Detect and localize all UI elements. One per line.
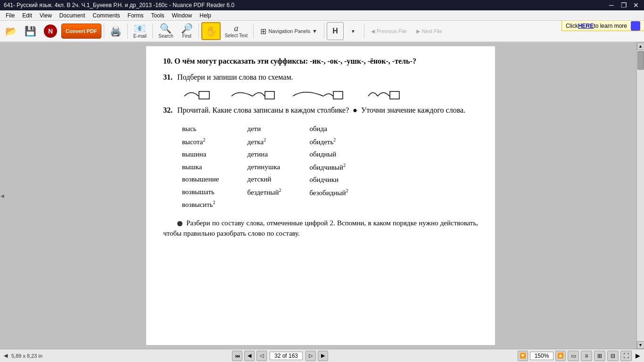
find-label: Find xyxy=(182,33,191,39)
next-arrow-icon: ▷ xyxy=(309,353,313,359)
previous-file-label: Previous File xyxy=(377,28,407,34)
menu-edit[interactable]: Edit xyxy=(18,11,36,20)
click-here-link[interactable]: HERE xyxy=(578,23,594,29)
scroll-right-arrow[interactable]: ▶ xyxy=(636,352,640,359)
word-1-6: возвышать xyxy=(182,187,219,197)
separator-6 xyxy=(324,24,324,39)
email-label: E-mail xyxy=(133,33,147,39)
close-button[interactable]: ✕ xyxy=(632,1,640,9)
continuous-icon: ≡ xyxy=(585,353,588,359)
hand-tool-button[interactable]: ✋ xyxy=(201,22,221,40)
email-button[interactable]: 📧 E-mail xyxy=(130,22,150,40)
zoom-in-button[interactable]: 🔼 xyxy=(555,351,566,361)
prev-page-button[interactable]: ◀ xyxy=(244,351,255,361)
print-button[interactable]: 🖨️ xyxy=(107,22,125,40)
svg-rect-0 xyxy=(199,91,209,99)
menubar: File Edit View Document Comments Forms T… xyxy=(0,10,644,21)
ex32-num: 32. xyxy=(163,106,173,114)
scroll-up-arrow[interactable]: ▲ xyxy=(637,42,644,50)
menu-comments[interactable]: Comments xyxy=(89,11,124,20)
next-page-button[interactable]: ▶ xyxy=(318,351,328,361)
zoom-out-button[interactable]: 🔽 xyxy=(518,351,528,361)
menu-forms[interactable]: Forms xyxy=(124,11,148,20)
word-1-7: возвысить2 xyxy=(182,199,219,210)
scroll-left-arrow[interactable]: ◀ xyxy=(4,353,8,359)
menu-window[interactable]: Window xyxy=(168,11,196,20)
page-display: 32 of 163 xyxy=(274,353,298,359)
word-3-1: обида xyxy=(309,123,348,134)
word-column-2: дети детка2 детина детинушка детский без… xyxy=(248,123,281,210)
next-page-btn2[interactable]: ▷ xyxy=(305,351,316,361)
two-page-view-button[interactable]: ⊞ xyxy=(594,351,605,361)
open-button[interactable]: 📂 xyxy=(2,22,20,40)
word-1-4: вышка xyxy=(182,162,219,173)
zoom-value: 150% xyxy=(535,353,549,359)
fullscreen-icon: ⛶ xyxy=(623,353,629,359)
first-page-button[interactable]: ⏮ xyxy=(232,351,242,361)
next-file-button[interactable]: ▶ Next File xyxy=(412,22,446,40)
single-page-icon: ▭ xyxy=(571,353,576,359)
scroll-down-arrow[interactable]: ▼ xyxy=(637,341,644,349)
svg-rect-2 xyxy=(333,91,343,99)
menu-help[interactable]: Help xyxy=(196,11,215,20)
separator-1 xyxy=(104,24,104,39)
single-page-view-button[interactable]: ▭ xyxy=(568,351,579,361)
heading-text: 10. О чём могут рассказать эти суффиксы:… xyxy=(163,56,478,67)
separator-2 xyxy=(127,24,128,39)
navigation-panels-button[interactable]: ⊞ Navigation Panels ▼ xyxy=(256,22,322,40)
nuance-logo-btn: N xyxy=(41,22,60,40)
document-container[interactable]: 10. О чём могут рассказать эти суффиксы:… xyxy=(5,42,636,349)
ex31-title: 31. Подбери и запиши слова по схемам. xyxy=(163,72,478,83)
prev-page-btn2[interactable]: ◁ xyxy=(256,351,267,361)
word-3-5: обидчики xyxy=(309,174,348,185)
menu-file[interactable]: File xyxy=(2,11,18,20)
schema-svg-4 xyxy=(366,87,404,101)
nav-panels-label: Navigation Panels xyxy=(268,28,310,34)
titlebar: 641- Русский язык. 4кл. В 2ч. Ч.1_Бунеев… xyxy=(0,0,644,10)
minimize-button[interactable]: ─ xyxy=(607,1,616,9)
click-here-text-suffix: to learn more xyxy=(594,23,627,29)
word-3-4: обидчивый2 xyxy=(309,162,348,173)
word-columns: высь высота2 вышина вышка возвышение воз… xyxy=(182,123,478,210)
convert-pdf-button[interactable]: Convert PDF xyxy=(61,24,101,39)
find-button[interactable]: 🔎 Find xyxy=(178,22,196,40)
save-button[interactable]: 💾 xyxy=(21,22,40,40)
next-file-icon: ▶ xyxy=(416,28,420,34)
find-icon: 🔎 xyxy=(181,24,193,33)
previous-file-button[interactable]: ◀ Previous File xyxy=(367,22,411,40)
search-button[interactable]: 🔍 Search xyxy=(155,22,177,40)
search-icon: 🔍 xyxy=(160,24,172,33)
scrollbar-track xyxy=(637,50,644,341)
highlight-dropdown[interactable]: ▼ xyxy=(345,22,362,40)
highlight-button[interactable]: H xyxy=(327,22,344,40)
statusbar-left: ◀ 5,89 x 8,23 in xyxy=(4,353,42,359)
word-3-6: безобидный2 xyxy=(309,187,348,198)
menu-view[interactable]: View xyxy=(36,11,56,20)
restore-button[interactable]: ❐ xyxy=(619,1,628,9)
svg-rect-3 xyxy=(390,91,399,99)
two-page-cont-icon: ⊟ xyxy=(611,353,615,359)
left-arrow-icon[interactable]: ◀ xyxy=(0,193,4,198)
click-here-banner: Click HERE to learn more xyxy=(561,21,644,31)
svg-rect-1 xyxy=(265,91,274,99)
page-indicator: 32 of 163 xyxy=(270,352,303,360)
two-page-cont-button[interactable]: ⊟ xyxy=(607,351,619,361)
statusbar-center: ⏮ ◀ ◁ 32 of 163 ▷ ▶ xyxy=(232,351,328,361)
window-title: 641- Русский язык. 4кл. В 2ч. Ч.1_Бунеев… xyxy=(4,2,607,8)
left-gutter: ◀ xyxy=(0,42,5,349)
convert-pdf-label: Convert PDF xyxy=(66,28,97,34)
bullet-circle-2 xyxy=(177,221,182,226)
select-text-button[interactable]: a Select Text xyxy=(222,22,251,40)
statusbar-right: 🔽 150% 🔼 ▭ ≡ ⊞ ⊟ ⛶ ▶ xyxy=(518,351,640,361)
menu-tools[interactable]: Tools xyxy=(148,11,168,20)
zoom-in-icon: 🔼 xyxy=(557,353,564,359)
fullscreen-button[interactable]: ⛶ xyxy=(620,351,632,361)
menu-document[interactable]: Document xyxy=(56,11,89,20)
word-1-5: возвышение xyxy=(182,174,219,185)
nav-panels-dropdown-icon: ▼ xyxy=(312,28,317,34)
continuous-view-button[interactable]: ≡ xyxy=(581,351,592,361)
nuance-logo: N xyxy=(44,25,57,38)
word-1-2: высота2 xyxy=(182,136,219,148)
zoom-display: 150% xyxy=(530,352,553,360)
scrollbar-thumb[interactable] xyxy=(637,51,644,70)
